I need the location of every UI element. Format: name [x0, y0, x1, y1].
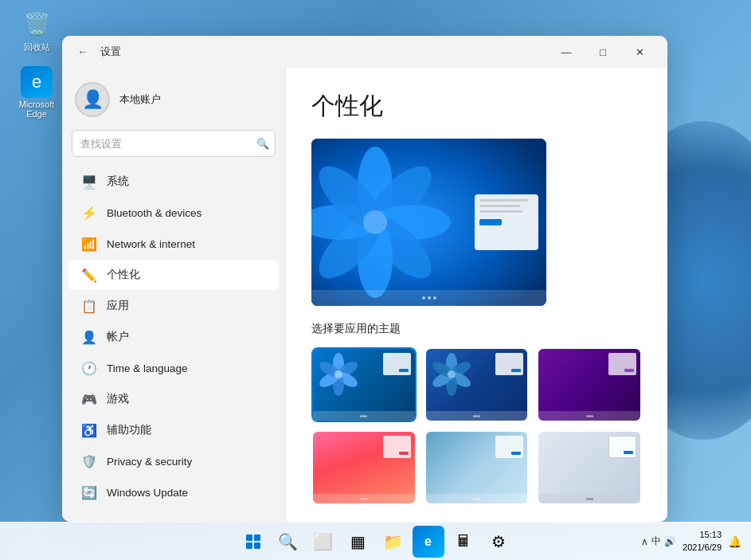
nav-item-personalization[interactable]: ✏️ 个性化	[68, 260, 279, 290]
svg-rect-27	[254, 542, 260, 549]
privacy-icon: 🛡️	[81, 453, 97, 469]
mini-taskbar-3	[538, 411, 640, 421]
notification-icon[interactable]: 🔔	[728, 535, 741, 548]
nav-item-system[interactable]: 🖥️ 系统	[68, 166, 279, 197]
svg-point-23	[448, 370, 456, 378]
taskbar-edge[interactable]: e	[413, 526, 444, 558]
nav-item-windows-update[interactable]: 🔄 Windows Update	[68, 477, 279, 507]
personalization-icon: ✏️	[81, 267, 97, 283]
nav-item-accessibility[interactable]: ♿ 辅助功能	[68, 415, 279, 445]
mini-taskbar-2	[426, 411, 528, 421]
accounts-icon: 👤	[81, 329, 97, 345]
nav-item-bluetooth[interactable]: ⚡ Bluetooth & devices	[68, 198, 279, 228]
taskbar-search[interactable]: 🔍	[272, 526, 304, 558]
mini-window-3	[608, 353, 636, 375]
nav-item-accounts[interactable]: 👤 帐户	[68, 322, 279, 352]
start-button[interactable]	[237, 526, 269, 558]
window-title: 设置	[100, 45, 121, 59]
svg-rect-25	[254, 535, 260, 541]
titlebar: ← 设置 — □ ✕	[62, 36, 667, 68]
mini-taskbar-1	[313, 411, 415, 421]
accessibility-icon: ♿	[81, 422, 97, 438]
theme-item-5[interactable]	[424, 430, 530, 505]
theme-item-6[interactable]	[537, 430, 642, 505]
mini-window-4	[383, 436, 411, 458]
theme-item-4[interactable]	[311, 430, 417, 505]
theme-item-3[interactable]	[537, 347, 642, 422]
gaming-icon: 🎮	[81, 391, 97, 407]
page-title: 个性化	[311, 90, 642, 123]
minimize-button[interactable]: —	[548, 39, 585, 65]
chevron-icon[interactable]: ∧	[641, 536, 648, 547]
taskbar-widgets[interactable]: ▦	[342, 526, 374, 558]
close-button[interactable]: ✕	[621, 39, 658, 65]
search-box: 🔍	[72, 130, 276, 157]
mini-taskbar-4	[313, 494, 415, 503]
theme-preview	[311, 139, 546, 306]
user-name: 本地账户	[119, 92, 161, 107]
nav-item-apps[interactable]: 📋 应用	[68, 291, 279, 321]
nav-item-network[interactable]: 📶 Network & internet	[68, 229, 279, 259]
desktop: 🗑️ 回收站 e Microsoft Edge ← 设置 — □ ✕	[0, 0, 751, 560]
taskbar-taskview[interactable]: ⬜	[307, 526, 339, 558]
nav-item-gaming[interactable]: 🎮 游戏	[68, 384, 279, 414]
theme-section-title: 选择要应用的主题	[311, 322, 642, 336]
mini-window-6	[608, 436, 636, 458]
window-controls: — □ ✕	[548, 39, 658, 65]
recycle-bin-icon[interactable]: 🗑️ 回收站	[8, 8, 65, 53]
taskbar-calculator[interactable]: 🖩	[448, 526, 479, 558]
settings-window: ← 设置 — □ ✕ 👤 本地账户 🔍	[62, 36, 667, 522]
mini-taskbar-5	[426, 494, 528, 503]
back-button[interactable]: ←	[72, 41, 94, 63]
svg-point-9	[363, 210, 387, 234]
apps-icon: 📋	[81, 298, 97, 314]
taskbar-clock[interactable]: 15:13 2021/6/29	[683, 529, 722, 554]
main-content: 个性化	[285, 68, 667, 522]
svg-rect-24	[246, 535, 252, 541]
taskbar-center: 🔍 ⬜ ▦ 📁 e 🖩 ⚙	[237, 526, 514, 558]
maximize-button[interactable]: □	[585, 39, 621, 65]
taskbar-sys-icons: ∧ 中 🔊	[641, 535, 676, 548]
user-avatar: 👤	[75, 82, 110, 117]
svg-point-16	[334, 370, 342, 378]
sidebar: 👤 本地账户 🔍 🖥️ 系统 ⚡ Bluetooth & devices	[62, 68, 285, 522]
windows-update-icon: 🔄	[81, 484, 97, 500]
taskbar-settings[interactable]: ⚙	[483, 526, 514, 558]
time-icon: 🕐	[81, 360, 97, 376]
window-body: 👤 本地账户 🔍 🖥️ 系统 ⚡ Bluetooth & devices	[62, 68, 667, 522]
network-icon: 📶	[81, 236, 97, 252]
nav-item-time[interactable]: 🕐 Time & language	[68, 353, 279, 383]
theme-item-2[interactable]	[424, 347, 530, 422]
volume-icon[interactable]: 🔊	[664, 536, 676, 547]
taskbar: 🔍 ⬜ ▦ 📁 e 🖩 ⚙ ∧ 中 🔊 15:13 2021/6/29	[0, 522, 751, 560]
input-method[interactable]: 中	[651, 535, 661, 548]
preview-window	[475, 194, 538, 250]
edge-icon[interactable]: e Microsoft Edge	[8, 66, 65, 119]
theme-item-1[interactable]	[311, 347, 417, 422]
search-input[interactable]	[72, 130, 276, 157]
mini-window-1	[383, 353, 411, 375]
preview-taskbar	[311, 290, 546, 306]
mini-window-5	[495, 436, 523, 458]
bluetooth-icon: ⚡	[81, 205, 97, 221]
desktop-icons: 🗑️ 回收站 e Microsoft Edge	[8, 8, 65, 119]
taskbar-explorer[interactable]: 📁	[377, 526, 409, 558]
theme-grid	[311, 347, 642, 505]
mini-window-2	[495, 353, 523, 375]
search-icon: 🔍	[256, 138, 269, 150]
taskbar-right: ∧ 中 🔊 15:13 2021/6/29 🔔	[641, 529, 741, 554]
mini-taskbar-6	[538, 494, 640, 503]
svg-rect-26	[246, 542, 252, 549]
user-section[interactable]: 👤 本地账户	[62, 74, 285, 130]
system-icon: 🖥️	[81, 174, 97, 190]
nav-item-privacy[interactable]: 🛡️ Privacy & security	[68, 446, 279, 476]
